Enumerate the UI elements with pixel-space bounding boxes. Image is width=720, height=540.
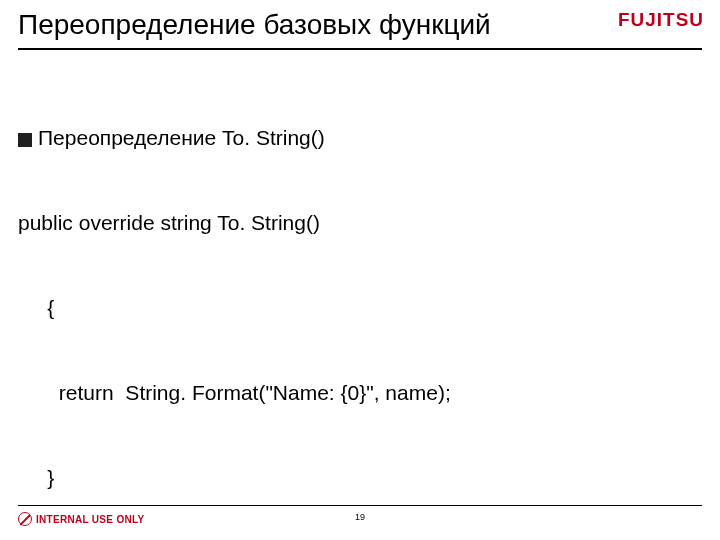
prohibition-icon — [18, 512, 32, 526]
code-line: { — [18, 294, 702, 322]
badge-text: INTERNAL USE ONLY — [36, 514, 144, 525]
footer-rule — [18, 505, 702, 506]
slide-body: Переопределение To. String() public over… — [0, 54, 720, 540]
code-line: public override string To. String() — [18, 209, 702, 237]
code-line: return String. Format("Name: {0}", name)… — [18, 379, 702, 407]
footer-row: INTERNAL USE ONLY 19 — [18, 510, 702, 528]
slide-title: Переопределение базовых функций — [18, 8, 702, 42]
brand-logo-text: FUJITSU — [618, 10, 704, 31]
title-rule — [18, 48, 702, 50]
page-number: 19 — [355, 512, 365, 522]
confidentiality-badge: INTERNAL USE ONLY — [18, 512, 144, 526]
brand-logo: FUJITSU — [620, 10, 702, 31]
code-line: } — [18, 464, 702, 492]
footer: INTERNAL USE ONLY 19 — [0, 505, 720, 528]
slide: Переопределение базовых функций FUJITSU … — [0, 0, 720, 540]
square-bullet-icon — [18, 133, 32, 147]
bullet-item: Переопределение To. String() — [18, 124, 702, 152]
bullet-text: Переопределение To. String() — [38, 124, 325, 152]
header: Переопределение базовых функций FUJITSU — [0, 0, 720, 54]
